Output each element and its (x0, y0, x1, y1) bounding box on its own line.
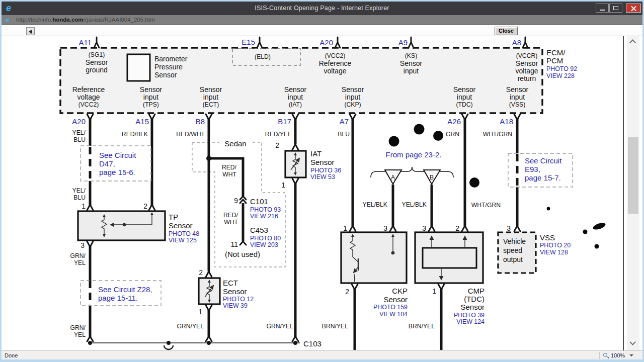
tdc-col-label: (TDC) (456, 101, 472, 108)
wire-junction-dot (206, 156, 211, 161)
pin-label-a26: A26 (447, 117, 461, 126)
c101-photo-link[interactable]: PHOTO 93 (250, 206, 281, 213)
scrollbar-thumb[interactable] (628, 137, 638, 214)
cmp-view-link[interactable]: VIEW 124 (456, 318, 485, 325)
pin-label-a7: A7 (340, 117, 349, 126)
url-field[interactable]: http://techinfo.honda.com/rjanisis/RJAAI… (16, 17, 155, 23)
ks-label: (KS) (405, 52, 417, 59)
close-page-button[interactable]: Close (495, 27, 518, 35)
ecm-photo-link[interactable]: PHOTO 92 (546, 65, 577, 72)
wire-color: WHT/GRN (483, 131, 512, 138)
vss-view-link[interactable]: VIEW 128 (540, 249, 568, 256)
wire-color: YEL/ (72, 129, 86, 136)
wire-color: RED/BLK (122, 131, 148, 138)
note-d47[interactable]: See Circuit (99, 151, 136, 159)
minimize-button[interactable] (596, 4, 609, 13)
title-bar: e ISIS-Content Opening Page - Internet E… (2, 2, 642, 15)
vss-name: VSS (540, 233, 555, 242)
ckp-name: CKP (392, 287, 408, 295)
note-e93[interactable]: E93, (525, 165, 540, 173)
ecm-view-link[interactable]: VIEW 228 (546, 72, 575, 79)
c101-pin: 9 (234, 197, 238, 205)
iat-view-link[interactable]: VIEW 53 (310, 173, 335, 180)
window-close-button[interactable] (626, 4, 641, 13)
wire-color: GRN/ (70, 324, 86, 331)
sedan-label: Sedan (224, 139, 246, 148)
ckp-view-link[interactable]: VIEW 104 (379, 311, 408, 318)
note-d47[interactable]: page 15-6. (99, 168, 135, 176)
ect-name: ECT (223, 279, 238, 287)
tp-view-link[interactable]: VIEW 125 (169, 237, 197, 244)
ect-photo-link[interactable]: PHOTO 12 (223, 296, 254, 303)
refv-label: voltage (77, 93, 100, 101)
c101-name: C101 (250, 197, 268, 206)
pin-label-a8: A8 (512, 38, 521, 47)
pin-label-b8: B8 (196, 117, 205, 126)
wire-color: RED/ (223, 212, 238, 219)
ckp-col-label: input (345, 93, 360, 101)
ect-view-link[interactable]: VIEW 39 (223, 302, 248, 309)
cmp-inner-element (423, 248, 476, 268)
c453-view-link[interactable]: VIEW 203 (250, 241, 278, 248)
tp-pin1: 1 (82, 202, 86, 210)
ckp-photo-link[interactable]: PHOTO 159 (373, 304, 408, 311)
wire-color: BLU (73, 194, 86, 201)
scroll-down-icon[interactable] (629, 339, 636, 345)
sg1-label: Sensor (86, 58, 108, 66)
note-e93[interactable]: See Circuit (525, 156, 562, 165)
cmp-photo-link[interactable]: PHOTO 39 (454, 312, 485, 319)
iat-col-label: input (288, 93, 303, 101)
ect-pin2: 2 (199, 268, 203, 277)
barometer-label: Barometer (154, 55, 188, 63)
vcc2-top-label: voltage (324, 67, 346, 75)
back-button[interactable] (26, 27, 35, 35)
maximize-button[interactable] (609, 4, 622, 13)
wire-color: YEL/ (72, 187, 86, 194)
ecm-name: ECM/ (546, 48, 566, 57)
wire-color: BLU (73, 136, 86, 143)
wire-color: YEL (74, 259, 86, 266)
pin-label-a15: A15 (135, 117, 149, 126)
c101-view-link[interactable]: VIEW 216 (250, 213, 278, 220)
ks-label: Sensor (400, 59, 423, 67)
wire-color: RED/ (222, 164, 237, 171)
tp-photo-link[interactable]: PHOTO 48 (169, 230, 199, 237)
ect-name: Sensor (223, 287, 247, 296)
note-d47[interactable]: D47, (99, 159, 115, 168)
iat-name: Sensor (310, 158, 335, 166)
wire-color: WHT/GRN (471, 202, 501, 209)
zoom-control[interactable]: 100% (603, 352, 638, 359)
magnifier-icon (603, 353, 607, 357)
cmp-pin3: 3 (422, 224, 426, 232)
wire-color: GRN/YEL (266, 323, 293, 330)
ect-col-label: Sensor (200, 85, 222, 94)
barometer-label: Pressure (154, 63, 183, 71)
status-bar: Done 100% (2, 350, 642, 359)
sg1-label: (SG1) (89, 51, 105, 58)
note-z28[interactable]: See Circuit Z28, (98, 285, 152, 294)
vertical-scrollbar[interactable] (627, 36, 639, 350)
ckp-name: Sensor (383, 295, 408, 304)
vss-photo-link[interactable]: PHOTO 20 (540, 242, 571, 249)
vss-box-label: output (503, 255, 523, 263)
tps-label: Sensor (140, 85, 163, 94)
pin-label-e15: E15 (242, 38, 255, 46)
url-path: /rjanisis/RJAAI004_205.htm (84, 17, 155, 23)
wire-color: WHT (222, 171, 236, 178)
iat-col-label: (IAT) (289, 101, 302, 108)
note-z28[interactable]: page 15-11. (98, 294, 138, 302)
iat-col-label: Sensor (284, 85, 307, 94)
c103-label: C103 (303, 339, 321, 348)
refv-label: Reference (72, 85, 105, 94)
iat-name: IAT (310, 149, 321, 158)
vcc2-top-label: Reference (319, 59, 352, 67)
wire-color: RED/YEL (265, 131, 291, 138)
tp-name: TP (169, 213, 178, 221)
iat-photo-link[interactable]: PHOTO 36 (310, 167, 341, 174)
c453-photo-link[interactable]: PHOTO 80 (250, 235, 281, 242)
vss-pin3: 3 (507, 224, 511, 232)
pin-label-a9: A9 (398, 38, 408, 47)
note-e93[interactable]: page 15-7. (525, 173, 561, 182)
zoom-dropdown-icon[interactable] (629, 354, 633, 356)
scroll-up-icon[interactable] (629, 39, 636, 46)
